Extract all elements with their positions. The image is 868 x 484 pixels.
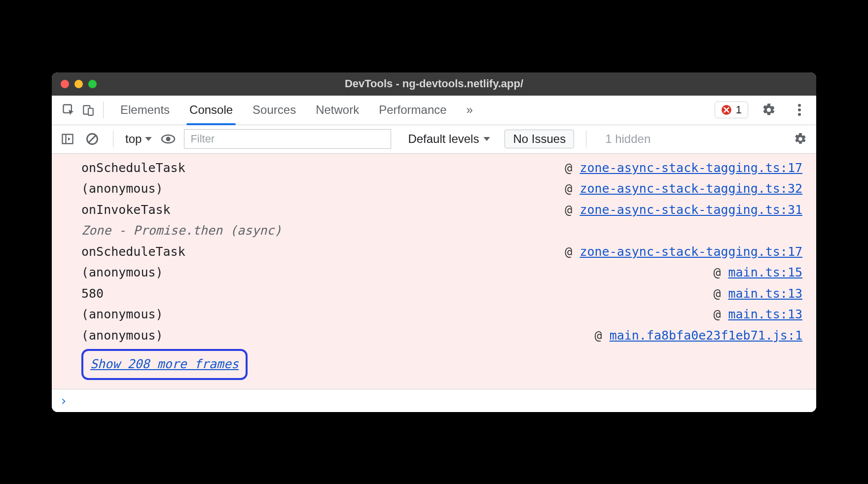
separator <box>103 102 104 118</box>
tab-performance[interactable]: Performance <box>378 96 447 124</box>
at-symbol: @ <box>713 286 728 301</box>
svg-point-10 <box>166 137 171 141</box>
stack-frame-function: onInvokeTask <box>81 200 171 221</box>
issues-button[interactable]: No Issues <box>505 130 574 148</box>
at-symbol: @ <box>713 307 728 321</box>
stack-frame-function: (anonymous) <box>81 262 163 283</box>
device-toolbar-icon[interactable] <box>78 100 98 120</box>
tab-console[interactable]: Console <box>188 96 234 124</box>
stack-frame-source: @ main.fa8bfa0e23f1eb71.js:1 <box>595 325 802 346</box>
tabs-overflow-button[interactable]: » <box>466 96 474 124</box>
separator <box>586 131 586 147</box>
svg-rect-2 <box>88 108 93 115</box>
console-output: onScheduleTask@ zone-async-stack-tagging… <box>52 154 816 389</box>
stack-frame-row: (anonymous)@ zone-async-stack-tagging.ts… <box>81 178 802 200</box>
stack-frame-source: @ zone-async-stack-tagging.ts:17 <box>565 158 802 179</box>
console-settings-icon[interactable] <box>792 130 809 148</box>
prompt-chevron-icon: › <box>60 393 68 408</box>
context-label: top <box>125 132 142 146</box>
stack-frame-source: @ zone-async-stack-tagging.ts:31 <box>565 200 802 221</box>
traffic-lights <box>52 80 97 88</box>
stack-frame-function: onScheduleTask <box>81 158 185 179</box>
at-symbol: @ <box>713 265 728 279</box>
source-link[interactable]: main.ts:15 <box>728 265 802 279</box>
show-more-frames-link[interactable]: Show 208 more frames <box>90 357 239 371</box>
separator <box>113 131 113 147</box>
at-symbol: @ <box>565 181 579 196</box>
stack-frame-row: 580@ main.ts:13 <box>81 283 802 305</box>
inspect-element-icon[interactable] <box>59 100 78 120</box>
chevron-down-icon <box>483 136 491 142</box>
stack-frame-source: @ main.ts:13 <box>713 283 802 305</box>
tab-elements[interactable]: Elements <box>119 96 171 124</box>
stack-frame-row: onScheduleTask@ zone-async-stack-tagging… <box>81 242 802 263</box>
error-icon <box>721 104 732 115</box>
svg-point-5 <box>798 108 801 111</box>
more-options-icon[interactable] <box>790 100 809 120</box>
stack-frame-function: 580 <box>81 283 104 305</box>
titlebar: DevTools - ng-devtools.netlify.app/ <box>52 72 816 96</box>
console-prompt[interactable]: › <box>52 389 816 412</box>
source-link[interactable]: zone-async-stack-tagging.ts:31 <box>579 203 802 217</box>
stack-frame-function: (anonymous) <box>81 304 163 325</box>
tab-sources[interactable]: Sources <box>252 96 297 124</box>
tabbar: Elements Console Sources Network Perform… <box>52 96 816 125</box>
stack-frame-function: (anonymous) <box>81 325 163 346</box>
svg-rect-7 <box>63 135 73 144</box>
show-more-frames-highlight: Show 208 more frames <box>81 349 248 380</box>
source-link[interactable]: main.ts:13 <box>728 286 802 301</box>
at-symbol: @ <box>565 161 579 175</box>
levels-label: Default levels <box>408 132 479 146</box>
stack-frame-source: @ main.ts:13 <box>713 304 802 325</box>
minimize-window-button[interactable] <box>74 80 83 88</box>
async-stack-label: Zone - Promise.then (async) <box>81 220 802 242</box>
stack-frame-row: (anonymous)@ main.fa8bfa0e23f1eb71.js:1 <box>81 325 802 346</box>
filter-input[interactable] <box>184 129 391 149</box>
at-symbol: @ <box>595 328 610 343</box>
stack-frame-row: (anonymous)@ main.ts:13 <box>81 304 802 325</box>
at-symbol: @ <box>565 244 579 259</box>
stack-frame-source: @ zone-async-stack-tagging.ts:17 <box>565 242 802 263</box>
console-toolbar: top Default levels No Issues 1 hidden <box>52 125 816 154</box>
devtools-window: DevTools - ng-devtools.netlify.app/ Elem… <box>52 72 816 412</box>
async-label-text: Zone - Promise.then (async) <box>81 220 282 242</box>
stack-frame-row: (anonymous)@ main.ts:15 <box>81 262 802 283</box>
source-link[interactable]: zone-async-stack-tagging.ts:17 <box>579 161 802 175</box>
toggle-drawer-icon[interactable] <box>59 130 76 148</box>
panel-tabs: Elements Console Sources Network Perform… <box>119 96 474 124</box>
zoom-window-button[interactable] <box>88 80 97 88</box>
source-link[interactable]: main.fa8bfa0e23f1eb71.js:1 <box>610 328 802 343</box>
stack-frame-row: onInvokeTask@ zone-async-stack-tagging.t… <box>81 200 802 221</box>
source-link[interactable]: zone-async-stack-tagging.ts:17 <box>579 244 802 259</box>
at-symbol: @ <box>565 203 579 217</box>
chevron-down-icon <box>145 136 152 142</box>
window-title: DevTools - ng-devtools.netlify.app/ <box>52 77 816 90</box>
svg-point-6 <box>798 113 801 116</box>
stack-frame-source: @ main.ts:15 <box>713 262 802 283</box>
stack-frame-source: @ zone-async-stack-tagging.ts:32 <box>565 178 802 200</box>
clear-console-icon[interactable] <box>83 130 101 148</box>
stack-frame-function: (anonymous) <box>81 178 163 200</box>
error-count-value: 1 <box>736 104 742 116</box>
live-expression-icon[interactable] <box>159 130 177 148</box>
settings-icon[interactable] <box>759 100 779 120</box>
stack-frame-row: onScheduleTask@ zone-async-stack-tagging… <box>81 158 802 179</box>
source-link[interactable]: zone-async-stack-tagging.ts:32 <box>579 181 802 196</box>
svg-point-4 <box>798 104 801 107</box>
log-levels-select[interactable]: Default levels <box>408 132 491 146</box>
tab-network[interactable]: Network <box>315 96 360 124</box>
error-count-chip[interactable]: 1 <box>715 102 748 118</box>
close-window-button[interactable] <box>61 80 69 88</box>
hidden-messages-count: 1 hidden <box>605 132 651 146</box>
execution-context-select[interactable]: top <box>125 132 152 146</box>
source-link[interactable]: main.ts:13 <box>728 307 802 321</box>
stack-frame-function: onScheduleTask <box>81 242 185 263</box>
